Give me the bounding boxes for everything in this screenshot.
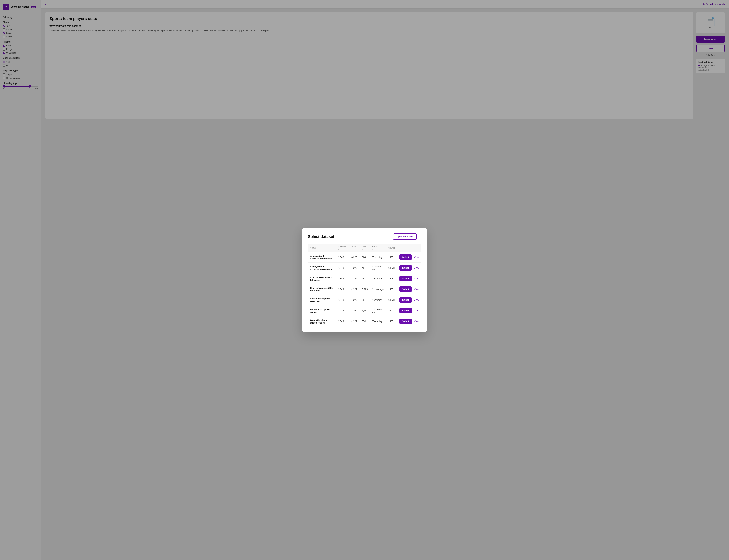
row-uses: 354: [360, 316, 370, 327]
row-actions: Select View: [397, 263, 421, 273]
row-actions: Select View: [397, 284, 421, 295]
select-button[interactable]: Select: [399, 276, 412, 281]
modal-header-right: Upload dataset ×: [393, 233, 421, 240]
row-publish-date: 5 months ago: [370, 305, 386, 316]
row-source: 2 KB: [386, 252, 397, 263]
row-uses: 3,393: [360, 284, 370, 295]
view-link[interactable]: View: [414, 299, 419, 301]
row-publish-date: Yesterday: [370, 252, 386, 263]
view-link[interactable]: View: [414, 267, 419, 269]
row-source: 64 MB: [386, 263, 397, 273]
select-button[interactable]: Select: [399, 297, 412, 303]
select-button[interactable]: Select: [399, 319, 412, 324]
row-columns: 1,343: [336, 263, 349, 273]
table-row: Anonymized CrossFit attendance 1,343 4,2…: [308, 252, 421, 263]
row-columns: 1,343: [336, 273, 349, 284]
select-button[interactable]: Select: [399, 265, 412, 271]
row-actions: Select View: [397, 295, 421, 305]
row-actions: Select View: [397, 273, 421, 284]
select-button[interactable]: Select: [399, 254, 412, 260]
row-uses: 96: [360, 273, 370, 284]
row-columns: 1,343: [336, 284, 349, 295]
row-rows: 4,229: [349, 252, 360, 263]
row-rows: 4,229: [349, 263, 360, 273]
table-row: Chef influencer 570k followers 1,343 4,2…: [308, 284, 421, 295]
row-columns: 1,343: [336, 295, 349, 305]
view-link[interactable]: View: [414, 309, 419, 312]
row-uses: 324: [360, 252, 370, 263]
row-publish-date: Yesterday: [370, 295, 386, 305]
col-actions: [397, 244, 421, 252]
row-name: Chef influencer 570k followers: [308, 284, 336, 295]
col-name: Name: [308, 244, 336, 252]
view-link[interactable]: View: [414, 320, 419, 323]
select-dataset-modal: Select dataset Upload dataset × Name Col…: [302, 228, 427, 332]
row-columns: 1,343: [336, 316, 349, 327]
close-modal-button[interactable]: ×: [419, 235, 421, 239]
dataset-table: Name Columns ↓ Rows ↓ Uses ↓ Publish dat…: [308, 244, 421, 327]
row-columns: 1,343: [336, 252, 349, 263]
row-uses: 35: [360, 295, 370, 305]
table-row: Wine subscription selection 1,343 4,229 …: [308, 295, 421, 305]
upload-dataset-button[interactable]: Upload dataset: [393, 233, 417, 240]
modal-overlay[interactable]: Select dataset Upload dataset × Name Col…: [0, 0, 729, 560]
modal-header: Select dataset Upload dataset ×: [308, 233, 421, 240]
row-actions: Select View: [397, 316, 421, 327]
table-row: Chef influencer 623k followers 1,343 4,2…: [308, 273, 421, 284]
row-uses: 45: [360, 263, 370, 273]
row-source: 64 MB: [386, 295, 397, 305]
row-rows: 4,229: [349, 273, 360, 284]
col-publish-date[interactable]: Publish date ↓: [370, 244, 386, 252]
table-header: Name Columns ↓ Rows ↓ Uses ↓ Publish dat…: [308, 244, 421, 252]
view-link[interactable]: View: [414, 277, 419, 280]
col-rows[interactable]: Rows ↓: [349, 244, 360, 252]
view-link[interactable]: View: [414, 256, 419, 259]
row-rows: 4,229: [349, 305, 360, 316]
row-publish-date: Yesterday: [370, 273, 386, 284]
col-columns[interactable]: Columns ↓: [336, 244, 349, 252]
row-actions: Select View: [397, 305, 421, 316]
row-source: 2 KB: [386, 316, 397, 327]
row-name: Wine subscription selection: [308, 295, 336, 305]
row-actions: Select View: [397, 252, 421, 263]
col-uses[interactable]: Uses ↓: [360, 244, 370, 252]
row-publish-date: 3 days ago: [370, 284, 386, 295]
row-publish-date: 4 weeks ago: [370, 263, 386, 273]
row-source: 2 KB: [386, 305, 397, 316]
table-row: Wine subscription survey 1,343 4,229 1,4…: [308, 305, 421, 316]
select-button[interactable]: Select: [399, 308, 412, 313]
row-name: Chef influencer 623k followers: [308, 273, 336, 284]
modal-title: Select dataset: [308, 234, 334, 239]
table-row: Anonymized CrossFit attendance 1,343 4,2…: [308, 263, 421, 273]
row-uses: 1,451: [360, 305, 370, 316]
row-name: Anonymized CrossFit attendance: [308, 263, 336, 273]
row-name: Wearable sleep + stress record: [308, 316, 336, 327]
row-source: 2 KB: [386, 273, 397, 284]
row-source: 2 KB: [386, 284, 397, 295]
table-body: Anonymized CrossFit attendance 1,343 4,2…: [308, 252, 421, 327]
row-rows: 4,229: [349, 295, 360, 305]
row-rows: 4,229: [349, 316, 360, 327]
view-link[interactable]: View: [414, 288, 419, 291]
row-columns: 1,343: [336, 305, 349, 316]
select-button[interactable]: Select: [399, 286, 412, 292]
row-rows: 4,229: [349, 284, 360, 295]
row-name: Anonymized CrossFit attendance: [308, 252, 336, 263]
col-source: Source: [386, 244, 397, 252]
table-row: Wearable sleep + stress record 1,343 4,2…: [308, 316, 421, 327]
row-name: Wine subscription survey: [308, 305, 336, 316]
row-publish-date: Yesterday: [370, 316, 386, 327]
